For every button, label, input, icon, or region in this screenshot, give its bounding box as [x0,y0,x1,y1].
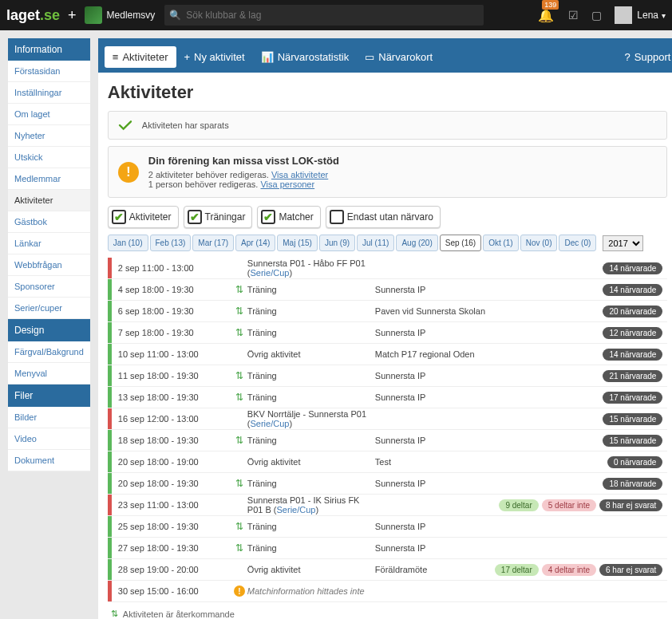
activity-type: Träning [247,436,375,445]
activity-row[interactable]: 27 sep 18:00 - 19:30⇅TräningSunnersta IP [108,538,668,559]
activity-location: Paven vid Sunnersta Skolan [375,306,495,317]
month-0[interactable]: Jan (10) [108,235,148,251]
check-icon [118,120,132,131]
serie-cup-link[interactable]: Serie/Cup [251,419,290,428]
page-title: Aktiviteter [108,82,668,103]
logo[interactable]: laget.se [6,7,60,24]
club-logo-icon[interactable] [85,6,102,24]
month-5[interactable]: Jun (9) [319,235,355,251]
activity-row[interactable]: 6 sep 18:00 - 19:30⇅TräningPaven vid Sun… [108,301,668,322]
sidebar-item-f-rstasidan[interactable]: Förstasidan [8,61,90,82]
tab-narvarokort[interactable]: ▭Närvarokort [357,46,441,68]
month-3[interactable]: Apr (14) [235,235,275,251]
saved-alert: Aktiviteten har sparats [108,111,668,140]
sidebar-item-dokument[interactable]: Dokument [8,450,90,471]
recurring-icon: ⇅ [231,370,247,381]
serie-cup-link[interactable]: Serie/Cup [277,505,316,515]
search-input[interactable] [186,10,484,21]
filter-matcher[interactable]: Matcher [257,206,320,228]
filter-endast-utan-narvaro[interactable]: Endast utan närvaro [326,206,441,228]
avatar[interactable] [615,6,632,24]
activity-type: Matchinformation hittades inte [247,586,375,596]
sidebar-item-inst-llningar[interactable]: Inställningar [8,82,90,104]
activity-row[interactable]: 20 sep 18:00 - 19:30⇅TräningSunnersta IP… [108,473,668,495]
sidebar-item-video[interactable]: Video [8,428,90,450]
activity-row[interactable]: 20 sep 18:00 - 19:00Övrig aktivitetTest0… [108,451,668,473]
activity-type: BKV Norrtälje - Sunnersta P01 (Serie/Cup… [247,409,375,428]
sidebar-item-g-stbok[interactable]: Gästbok [8,211,90,233]
badge-wrap: 20 närvarade [603,306,667,317]
sidebar-item-f-rgval-bakgrund[interactable]: Färgval/Bakgrund [8,341,90,363]
month-6[interactable]: Jul (11) [357,235,394,251]
activity-time: 30 sep 15:00 - 16:00 [112,586,231,596]
filter-label: Matcher [279,211,313,223]
activity-row[interactable]: 30 sep 15:00 - 16:00Matchinformation hit… [108,581,668,602]
activity-row[interactable]: 13 sep 18:00 - 19:30⇅TräningSunnersta IP… [108,387,668,408]
link-visa-personer[interactable]: Visa personer [260,179,314,189]
activity-row[interactable]: 23 sep 11:00 - 13:00Sunnersta P01 - IK S… [108,495,668,516]
search-box[interactable]: 🔍 [164,5,484,26]
sidebar-item-l-nkar[interactable]: Länkar [8,233,90,254]
month-9[interactable]: Okt (1) [483,235,519,251]
activity-location: Sunnersta IP [375,478,495,489]
add-icon[interactable]: + [68,7,77,24]
badge-wrap: 17 deltar4 deltar inte6 har ej svarat [495,564,668,576]
sidebar-item-nyheter[interactable]: Nyheter [8,125,90,147]
activity-row[interactable]: 4 sep 18:00 - 19:30⇅TräningSunnersta IP1… [108,279,668,301]
sidebar-item-menyval[interactable]: Menyval [8,363,90,384]
support-label: Support [634,51,671,63]
activity-type: Träning [247,371,375,380]
link-visa-aktiviteter[interactable]: Visa aktiviteter [271,170,328,179]
shield-icon[interactable]: ▢ [591,9,602,22]
activity-row[interactable]: 18 sep 18:00 - 19:30⇅TräningSunnersta IP… [108,430,668,451]
sidebar-item-bilder[interactable]: Bilder [8,407,90,428]
tab-ny-aktivitet[interactable]: +Ny aktivitet [176,46,253,68]
badge-wrap: 15 närvarade [603,435,667,447]
sidebar-item-aktiviteter[interactable]: Aktiviteter [8,190,90,211]
activity-row[interactable]: 7 sep 18:00 - 19:30⇅TräningSunnersta IP1… [108,322,668,344]
activity-row[interactable]: 16 sep 12:00 - 13:00BKV Norrtälje - Sunn… [108,408,668,430]
username[interactable]: Lena [637,10,658,21]
chevron-down-icon[interactable]: ▾ [662,11,666,20]
filter-aktiviteter[interactable]: Aktiviteter [108,206,179,228]
activity-row[interactable]: 25 sep 18:00 - 19:30⇅TräningSunnersta IP [108,516,668,538]
sidebar-item-sponsorer[interactable]: Sponsorer [8,276,90,298]
recurring-icon: ⇅ [231,327,247,338]
month-7[interactable]: Aug (20) [396,235,437,251]
checkbox-icon [261,210,275,224]
activity-row[interactable]: 2 sep 11:00 - 13:00Sunnersta P01 - Håbo … [108,258,668,279]
sidebar-item-medlemmar[interactable]: Medlemmar [8,168,90,190]
sidebar-item-utskick[interactable]: Utskick [8,147,90,168]
tab-narvarostatistik[interactable]: 📊Närvarostatistik [253,46,358,68]
activity-row[interactable]: 28 sep 19:00 - 20:00Övrig aktivitetFöräl… [108,559,668,581]
activity-location: Föräldramöte [375,564,495,575]
warning-line2: 1 person behöver redigeras. [148,179,261,189]
activity-row[interactable]: 10 sep 11:00 - 13:00Övrig aktivitetMatch… [108,344,668,365]
notifications-icon[interactable]: 🔔139 [538,8,554,23]
activity-time: 23 sep 11:00 - 13:00 [112,500,231,510]
checkbox-icon [188,210,202,224]
tab-aktiviteter[interactable]: ≡Aktiviteter [105,46,176,68]
activity-location: Sunnersta IP [375,370,495,381]
activity-time: 2 sep 11:00 - 13:00 [112,263,231,273]
month-8[interactable]: Sep (16) [440,235,481,251]
status-badge: 12 närvarade [603,327,662,339]
year-select[interactable]: 2017 [603,235,643,251]
sidebar-item-webbfr-gan[interactable]: Webbfrågan [8,254,90,276]
activity-time: 13 sep 18:00 - 19:30 [112,392,231,402]
tasks-icon[interactable]: ☑ [568,9,579,22]
month-4[interactable]: Maj (15) [277,235,318,251]
tab-label: Ny aktivitet [194,51,245,63]
memberview-label[interactable]: Medlemsvy [107,10,156,21]
support-link[interactable]: ?Support [625,51,671,63]
month-11[interactable]: Dec (0) [559,235,596,251]
month-10[interactable]: Nov (0) [520,235,558,251]
badge-wrap: 9 deltar5 deltar inte8 har ej svarat [499,499,667,511]
month-1[interactable]: Feb (13) [150,235,192,251]
month-2[interactable]: Mar (17) [192,235,234,251]
sidebar-item-serier-cuper[interactable]: Serier/cuper [8,298,90,319]
serie-cup-link[interactable]: Serie/Cup [251,268,290,278]
activity-row[interactable]: 11 sep 18:00 - 19:30⇅TräningSunnersta IP… [108,365,668,387]
filter-traningar[interactable]: Träningar [184,206,253,228]
sidebar-item-om-laget[interactable]: Om laget [8,104,90,125]
